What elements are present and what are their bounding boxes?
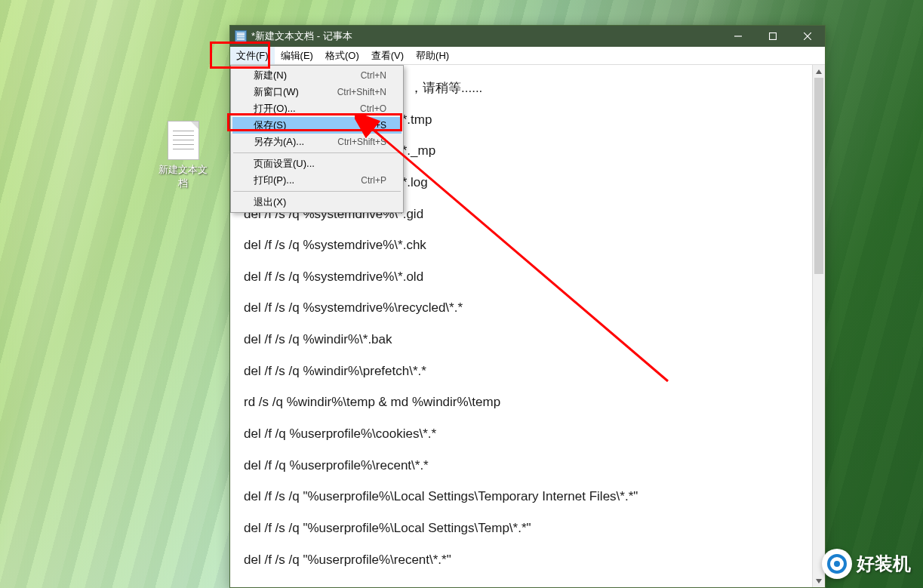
notepad-app-icon xyxy=(235,30,247,42)
menu-file[interactable]: 文件(F) xyxy=(230,47,275,64)
desktop-icon-label: 新建文本文档 xyxy=(155,163,211,190)
minimize-button[interactable] xyxy=(721,26,755,47)
svg-rect-1 xyxy=(770,33,777,40)
watermark-text: 好装机 xyxy=(857,552,911,576)
menu-item-open[interactable]: 打开(O)... Ctrl+O xyxy=(232,100,402,117)
maximize-button[interactable] xyxy=(755,26,790,47)
menu-edit[interactable]: 编辑(E) xyxy=(275,47,319,64)
menu-item-print[interactable]: 打印(P)... Ctrl+P xyxy=(232,172,402,189)
notepad-window: *新建文本文档 - 记事本 文件(F) 编辑(E) 格式(O) 查看(V) 帮助… xyxy=(229,25,826,588)
scroll-up-button[interactable] xyxy=(813,65,825,78)
menubar: 文件(F) 编辑(E) 格式(O) 查看(V) 帮助(H) xyxy=(230,47,825,65)
scrollbar-thumb[interactable] xyxy=(814,78,823,274)
close-button[interactable] xyxy=(790,26,825,47)
window-controls xyxy=(721,26,825,47)
menu-item-save-as[interactable]: 另存为(A)... Ctrl+Shift+S xyxy=(232,134,402,150)
chevron-down-icon xyxy=(816,579,822,583)
menu-separator xyxy=(233,191,401,192)
menu-help[interactable]: 帮助(H) xyxy=(410,47,455,64)
text-document-icon xyxy=(168,121,199,160)
menu-item-new-window[interactable]: 新窗口(W) Ctrl+Shift+N xyxy=(232,84,402,100)
file-dropdown-menu: 新建(N) Ctrl+N 新窗口(W) Ctrl+Shift+N 打开(O)..… xyxy=(230,65,404,213)
window-title: *新建文本文档 - 记事本 xyxy=(251,29,352,43)
close-icon xyxy=(804,32,811,40)
minimize-icon xyxy=(734,32,742,40)
logo-icon xyxy=(822,549,852,579)
titlebar[interactable]: *新建文本文档 - 记事本 xyxy=(230,26,825,47)
menu-separator xyxy=(233,152,401,153)
scrollbar-track[interactable] xyxy=(813,78,825,574)
maximize-icon xyxy=(769,32,777,40)
chevron-up-icon xyxy=(816,69,822,74)
menu-format[interactable]: 格式(O) xyxy=(319,47,365,64)
menu-view[interactable]: 查看(V) xyxy=(365,47,410,64)
svg-marker-5 xyxy=(816,579,822,583)
menu-item-new[interactable]: 新建(N) Ctrl+N xyxy=(232,67,402,84)
watermark-logo: 好装机 xyxy=(822,549,911,579)
menu-item-exit[interactable]: 退出(X) xyxy=(232,194,402,211)
menu-item-save[interactable]: 保存(S) Ctrl+S xyxy=(232,117,402,134)
svg-marker-4 xyxy=(816,69,822,74)
desktop-file-icon[interactable]: 新建文本文档 xyxy=(155,121,211,190)
menu-item-page-setup[interactable]: 页面设置(U)... xyxy=(232,155,402,172)
vertical-scrollbar[interactable] xyxy=(812,65,825,587)
